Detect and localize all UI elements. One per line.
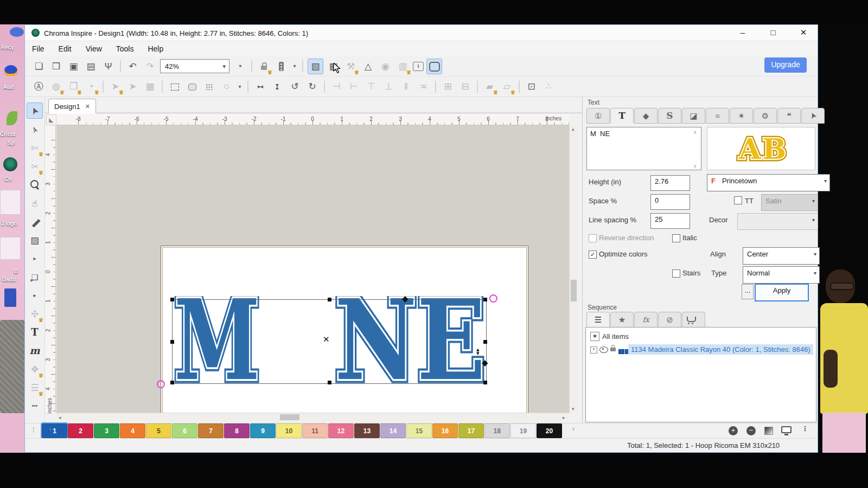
desktop-icon-leaf[interactable] bbox=[7, 111, 17, 125]
palette-swatch-1[interactable]: 1 bbox=[42, 423, 67, 438]
design-canvas[interactable]: M M M NE NE NE ✕ ◆ ◆ ▴ ▾ bbox=[56, 125, 569, 413]
zoom-out-button[interactable]: − bbox=[746, 426, 756, 435]
tab-functions[interactable]: fx bbox=[634, 312, 658, 328]
tab-shop[interactable] bbox=[682, 312, 705, 328]
new-document[interactable]: ❏ ♛ bbox=[31, 59, 46, 74]
selection-stretch-handle[interactable]: ◆ bbox=[482, 358, 488, 367]
textbox-scroll-down-icon[interactable]: ∨ bbox=[693, 163, 697, 169]
desktop-label[interactable]: J logo bbox=[1, 221, 17, 227]
vertical-scroll-thumb[interactable] bbox=[571, 280, 577, 301]
zoom-level-select[interactable]: 42% ♛ bbox=[160, 59, 229, 73]
flyout-arrow[interactable]: ▸ ♛ bbox=[27, 251, 42, 266]
open-design[interactable]: ❒ ♛ bbox=[49, 59, 63, 74]
separator[interactable]: ♛ bbox=[324, 81, 325, 93]
tab-disabled[interactable]: ⊘ bbox=[658, 312, 681, 328]
tab-effects[interactable]: ✶ bbox=[730, 108, 753, 124]
pan-tool[interactable]: ☝ ♛ bbox=[27, 196, 42, 211]
selection-handle-top-right[interactable] bbox=[483, 298, 487, 301]
shape-tool[interactable]: ❑ ♛ bbox=[27, 269, 42, 285]
desktop-label[interactable]: Aud bbox=[3, 84, 14, 90]
measure-tool[interactable]: ▬ ♛ bbox=[27, 214, 42, 229]
zoom-tool[interactable]: ♛ bbox=[27, 177, 42, 192]
carving-stamp[interactable]: ◍ ♛ bbox=[49, 79, 63, 94]
optimize-colors-checkbox[interactable]: ✓ bbox=[589, 251, 597, 259]
knife-tool[interactable]: ✄ ♛ bbox=[27, 140, 42, 156]
palette-swatch-9[interactable]: 9 bbox=[250, 423, 276, 438]
desktop-icon-blue[interactable] bbox=[10, 27, 24, 37]
undo[interactable]: ↶ ♛ bbox=[125, 59, 140, 74]
palette-swatch-2[interactable]: 2 bbox=[68, 423, 93, 438]
font-select[interactable]: FPrincetown ▾ bbox=[707, 174, 830, 191]
select-circle[interactable]: ◌ ♛ bbox=[219, 79, 234, 94]
send-backward[interactable]: ➤ ♛ bbox=[125, 79, 140, 94]
palette-swatch-7[interactable]: 7 bbox=[198, 423, 224, 438]
palette-overflow-right-icon[interactable]: › bbox=[572, 425, 575, 433]
template-tool[interactable]: ✥ ♛ bbox=[27, 362, 42, 377]
tab-monogram[interactable]: S bbox=[658, 108, 681, 124]
more-tools[interactable]: ••• ♛ bbox=[27, 399, 42, 414]
flyout-arrow[interactable]: ▸ ♛ bbox=[27, 288, 42, 303]
palette-swatch-5[interactable]: 5 bbox=[146, 423, 171, 438]
tab-garment[interactable]: ◆ bbox=[634, 108, 658, 124]
outline-shape[interactable]: ♛ bbox=[184, 79, 199, 94]
rotate-left[interactable]: ↺ ♛ bbox=[288, 79, 302, 94]
palette-swatch-12[interactable]: 12 bbox=[328, 423, 354, 438]
tab-comments[interactable]: ❝ bbox=[777, 108, 801, 124]
tt-checkbox[interactable] bbox=[734, 196, 742, 204]
tab-sequence-list[interactable]: ☰ bbox=[586, 312, 610, 328]
lock-item-icon[interactable] bbox=[610, 344, 617, 352]
palette-swatch-14[interactable]: 14 bbox=[380, 423, 406, 438]
palette-swatch-8[interactable]: 8 bbox=[224, 423, 250, 438]
align-top[interactable]: ⊤ ♛ bbox=[364, 79, 379, 94]
separator[interactable]: ♛ bbox=[251, 60, 252, 72]
transform-frame[interactable]: ⊡ ♛ bbox=[524, 79, 539, 94]
save-design[interactable]: ▣ ♛ bbox=[66, 59, 81, 74]
document-tab[interactable]: Design1 ✕ bbox=[48, 99, 96, 113]
dropdown-arrow[interactable]: ▾ ♛ bbox=[237, 79, 243, 94]
document-tab-close-icon[interactable]: ✕ bbox=[85, 103, 90, 110]
selection-handle-bottom-middle[interactable] bbox=[328, 381, 331, 384]
auto-border[interactable]: ▰ ♛ bbox=[482, 79, 497, 94]
height-input[interactable]: 2.76 bbox=[650, 175, 690, 191]
select-tool[interactable]: ➤ ♛ bbox=[27, 102, 43, 119]
palette-swatch-18[interactable]: 18 bbox=[484, 423, 510, 438]
align-bottom[interactable]: ⊥ ♛ bbox=[381, 79, 396, 94]
scroll-right-icon[interactable]: ▸ bbox=[563, 415, 565, 420]
text-transform[interactable]: Ⓐ ♛ bbox=[31, 79, 46, 94]
copy-style[interactable]: ❐ ♛ bbox=[66, 79, 81, 94]
node-edit-tool[interactable]: ➢ ♛ bbox=[27, 122, 42, 137]
selection-handle-top-left[interactable] bbox=[170, 298, 174, 301]
palette-swatch-10[interactable]: 10 bbox=[276, 423, 302, 438]
menu-help[interactable]: Help bbox=[148, 44, 163, 53]
rotate-stamp[interactable]: ◔ ♛ bbox=[84, 79, 98, 94]
library-tool[interactable]: ☰ ♛ bbox=[27, 380, 42, 395]
selection-handle-bottom-left[interactable] bbox=[170, 381, 174, 384]
selection-handle-bottom-right[interactable] bbox=[483, 381, 487, 384]
scatter-points[interactable]: ∴ ♛ bbox=[541, 79, 556, 94]
monogram-tool[interactable]: m ♛ bbox=[27, 343, 42, 358]
tab-text[interactable]: T bbox=[610, 108, 634, 124]
layer-preview[interactable]: ◉ ♛ bbox=[378, 59, 393, 74]
more-options-dots-icon[interactable]: ⋮ bbox=[802, 425, 808, 433]
desktop-icon-audio[interactable] bbox=[4, 65, 17, 76]
center-horizontal[interactable]: ‖ ♛ bbox=[399, 79, 413, 94]
cutwork-tool[interactable]: ⚒ ♛ bbox=[343, 59, 358, 74]
horizontal-scroll-thumb[interactable] bbox=[280, 414, 299, 420]
stairs-checkbox[interactable] bbox=[672, 269, 680, 278]
redo[interactable]: ↷ ♛ bbox=[143, 59, 157, 74]
monitor-view-icon[interactable] bbox=[781, 426, 792, 433]
menu-edit[interactable]: Edit bbox=[59, 44, 72, 53]
maximize-button[interactable]: □ bbox=[765, 28, 781, 37]
desktop-icon-chroma[interactable] bbox=[3, 157, 17, 171]
separator[interactable]: ♛ bbox=[162, 81, 163, 93]
rotate-handle-bottom-left[interactable] bbox=[157, 380, 165, 388]
notes[interactable]: I ♛ bbox=[413, 62, 424, 71]
italic-checkbox[interactable] bbox=[672, 234, 680, 242]
type-select[interactable]: Normal ▾ bbox=[743, 266, 820, 284]
palette-swatch-3[interactable]: 3 bbox=[94, 423, 119, 438]
palette-swatch-13[interactable]: 13 bbox=[354, 423, 380, 438]
stipple-dots[interactable]: ♛ bbox=[202, 79, 216, 94]
palette-swatch-17[interactable]: 17 bbox=[458, 423, 484, 438]
align-left[interactable]: ⊣ ♛ bbox=[329, 79, 344, 94]
palette-swatch-6[interactable]: 6 bbox=[172, 423, 197, 438]
